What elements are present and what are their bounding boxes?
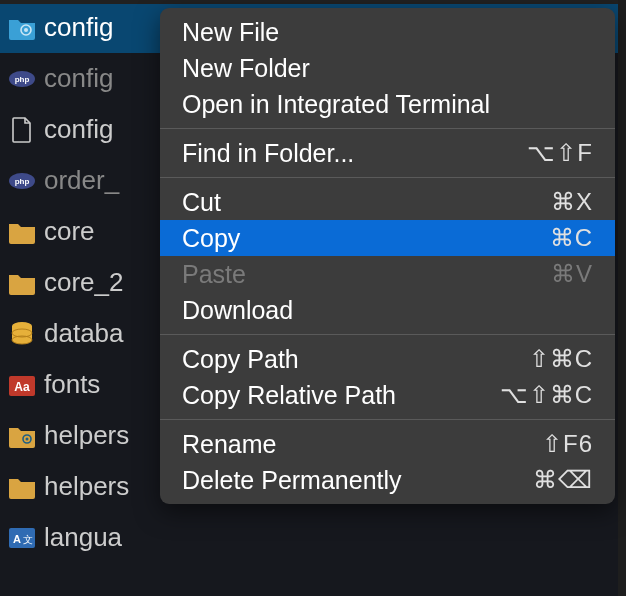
menu-new-folder[interactable]: New Folder: [160, 50, 615, 86]
folder-icon: [8, 269, 36, 297]
menu-separator: [160, 419, 615, 420]
menu-item-label: Delete Permanently: [182, 466, 402, 495]
folder-icon: [8, 218, 36, 246]
menu-item-shortcut: ⌥⇧F: [527, 139, 593, 167]
database-icon: [8, 320, 36, 348]
file-item-label: helpers: [44, 471, 129, 502]
file-item-label: order_: [44, 165, 119, 196]
file-item-label: core_2: [44, 267, 124, 298]
menu-item-shortcut: ⌘C: [550, 224, 593, 252]
svg-point-12: [26, 437, 29, 440]
menu-item-label: Copy Path: [182, 345, 299, 374]
fonts-icon: Aa: [8, 371, 36, 399]
menu-delete-permanently[interactable]: Delete Permanently ⌘⌫: [160, 462, 615, 498]
menu-rename[interactable]: Rename ⇧F6: [160, 426, 615, 462]
menu-item-shortcut: ⌥⇧⌘C: [500, 381, 593, 409]
svg-text:php: php: [15, 75, 30, 84]
menu-item-shortcut: ⌘⌫: [533, 466, 593, 494]
menu-item-label: Open in Integrated Terminal: [182, 90, 490, 119]
menu-item-shortcut: ⌘V: [551, 260, 593, 288]
menu-item-label: Download: [182, 296, 293, 325]
menu-separator: [160, 334, 615, 335]
file-icon: [8, 116, 36, 144]
file-item-label: databa: [44, 318, 124, 349]
php-icon: php: [8, 65, 36, 93]
folder-gear-icon: [8, 422, 36, 450]
menu-item-shortcut: ⇧F6: [542, 430, 593, 458]
svg-point-1: [24, 28, 28, 32]
menu-item-label: Rename: [182, 430, 277, 459]
right-edge: [618, 0, 626, 596]
file-item-label: langua: [44, 522, 122, 553]
menu-item-label: New Folder: [182, 54, 310, 83]
menu-item-label: Paste: [182, 260, 246, 289]
menu-cut[interactable]: Cut ⌘X: [160, 184, 615, 220]
file-item-label: fonts: [44, 369, 100, 400]
folder-config-icon: [8, 14, 36, 42]
folder-icon: [8, 473, 36, 501]
menu-item-label: Copy: [182, 224, 240, 253]
menu-copy-relative-path[interactable]: Copy Relative Path ⌥⇧⌘C: [160, 377, 615, 413]
menu-new-file[interactable]: New File: [160, 14, 615, 50]
file-item-label: config: [44, 114, 113, 145]
menu-copy-path[interactable]: Copy Path ⇧⌘C: [160, 341, 615, 377]
svg-text:php: php: [15, 177, 30, 186]
menu-item-label: New File: [182, 18, 279, 47]
menu-find-in-folder[interactable]: Find in Folder... ⌥⇧F: [160, 135, 615, 171]
context-menu: New File New Folder Open in Integrated T…: [160, 8, 615, 504]
file-item-label: core: [44, 216, 95, 247]
language-icon: A 文: [8, 524, 36, 552]
svg-text:A: A: [13, 533, 21, 545]
menu-item-label: Cut: [182, 188, 221, 217]
file-item-label: config: [44, 63, 113, 94]
menu-item-shortcut: ⇧⌘C: [529, 345, 593, 373]
menu-paste: Paste ⌘V: [160, 256, 615, 292]
menu-download[interactable]: Download: [160, 292, 615, 328]
svg-text:文: 文: [23, 534, 33, 545]
menu-open-terminal[interactable]: Open in Integrated Terminal: [160, 86, 615, 122]
menu-item-label: Copy Relative Path: [182, 381, 396, 410]
file-item-label: config: [44, 12, 113, 43]
menu-item-label: Find in Folder...: [182, 139, 354, 168]
top-strip: [0, 0, 626, 4]
file-item-label: helpers: [44, 420, 129, 451]
menu-separator: [160, 128, 615, 129]
php-icon: php: [8, 167, 36, 195]
menu-separator: [160, 177, 615, 178]
menu-copy[interactable]: Copy ⌘C: [160, 220, 615, 256]
file-item-language[interactable]: A 文 langua: [0, 512, 626, 563]
menu-item-shortcut: ⌘X: [551, 188, 593, 216]
svg-text:Aa: Aa: [14, 380, 30, 394]
